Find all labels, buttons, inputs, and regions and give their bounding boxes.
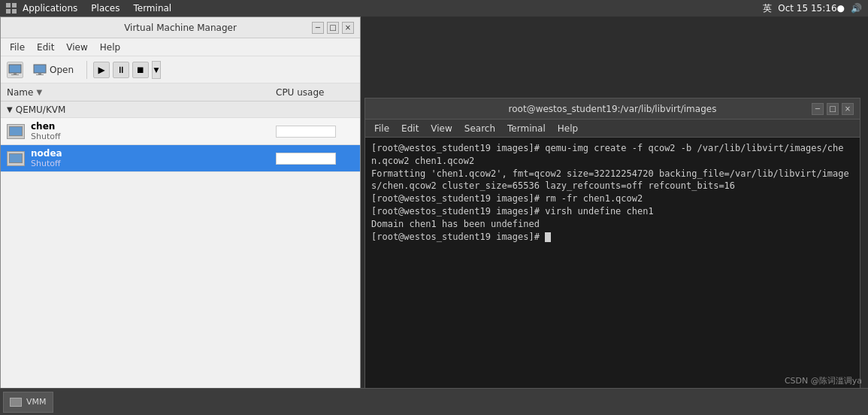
terminal-titlebar: root@westos_student19:/var/lib/libvirt/i…: [365, 98, 860, 120]
group-name: QEMU/KVM: [16, 105, 66, 115]
vmm-titlebar-buttons: − □ ×: [312, 22, 354, 34]
vmm-menu-file[interactable]: File: [4, 41, 31, 54]
terminal-menubar: File Edit View Search Terminal Help: [365, 120, 860, 138]
terminal-menu-help[interactable]: Help: [552, 122, 584, 135]
terminal-content[interactable]: [root@westos_student19 images]# qemu-img…: [365, 138, 860, 405]
terminal-maximize-btn[interactable]: □: [827, 103, 839, 115]
vm-cpu-col-chen: [270, 126, 360, 138]
terminal-line: Formatting 'chen1.qcow2', fmt=qcow2 size…: [371, 168, 854, 193]
lang-indicator: 英: [763, 2, 772, 15]
terminal-menu-terminal[interactable]: Terminal: [501, 122, 552, 135]
csdn-watermark: CSDN @陈词滥调ya: [785, 375, 862, 386]
vmm-open-btn[interactable]: Open: [26, 61, 80, 79]
terminal-menu-search[interactable]: Search: [458, 122, 501, 135]
vm-icon-nodea: [7, 151, 25, 166]
vm-name-info-nodea: nodea Shutoff: [31, 148, 62, 168]
svg-rect-1: [12, 3, 17, 8]
sort-arrow: ▼: [36, 88, 42, 96]
play-icon: ▶: [98, 65, 104, 75]
vmm-menu-edit[interactable]: Edit: [31, 41, 60, 54]
vmm-list-header: Name ▼ CPU usage: [1, 83, 360, 101]
vm-row-chen[interactable]: chen Shutoff: [1, 118, 360, 145]
vm-status-chen: Shutoff: [31, 132, 61, 141]
taskbar-vmm-label: VMM: [26, 397, 47, 407]
svg-rect-8: [38, 73, 41, 74]
monitor-icon: [8, 64, 22, 76]
svg-rect-9: [36, 74, 44, 75]
taskbar-right: 英 Oct 15 15:16● 🔊: [763, 2, 868, 15]
vmm-pause-btn[interactable]: ⏸: [113, 62, 129, 78]
terminal-menu[interactable]: Terminal: [127, 2, 177, 15]
terminal-minimize-btn[interactable]: −: [812, 103, 824, 115]
vm-cpu-col-nodea: [270, 153, 360, 165]
toolbar-separator-1: [86, 61, 87, 79]
open-icon: [33, 64, 47, 76]
vm-icon-chen: [7, 124, 25, 139]
terminal-close-btn[interactable]: ×: [842, 103, 854, 115]
applications-icon: [6, 3, 17, 14]
vmm-menu-view[interactable]: View: [60, 41, 93, 54]
terminal-menu-edit[interactable]: Edit: [395, 122, 425, 135]
volume-icon: 🔊: [851, 3, 862, 14]
terminal-window: root@westos_student19:/var/lib/libvirt/i…: [364, 98, 860, 406]
vmm-header-name: Name ▼: [1, 87, 270, 98]
terminal-title: root@westos_student19:/var/lib/libvirt/i…: [371, 104, 854, 114]
taskbar-left: Applications Places Terminal: [0, 2, 177, 15]
vm-screen-nodea: [9, 153, 23, 163]
vmm-minimize-btn[interactable]: −: [312, 22, 324, 34]
vmm-titlebar: Virtual Machine Manager − □ ×: [1, 17, 360, 38]
vmm-close-btn[interactable]: ×: [342, 22, 354, 34]
vm-name-nodea: nodea: [31, 148, 62, 159]
vmm-title: Virtual Machine Manager: [7, 23, 354, 33]
stop-icon: ⏹: [136, 65, 145, 75]
applications-label: Applications: [23, 3, 77, 14]
terminal-line: [root@westos_student19 images]# virsh un…: [371, 205, 854, 218]
svg-rect-6: [11, 74, 19, 75]
terminal-line: [root@westos_student19 images]#: [371, 231, 854, 244]
vm-row-nodea[interactable]: nodea Shutoff: [1, 145, 360, 172]
vm-name-col-nodea: nodea Shutoff: [1, 148, 270, 168]
svg-rect-7: [34, 65, 46, 73]
svg-rect-5: [14, 73, 17, 74]
clock: Oct 15 15:16●: [778, 3, 845, 14]
vmm-toolbar: Open ▶ ⏸ ⏹ ▼: [1, 56, 360, 83]
vm-status-nodea: Shutoff: [31, 159, 62, 168]
vmm-new-vm-icon[interactable]: [7, 62, 23, 78]
terminal-line: [root@westos_student19 images]# qemu-img…: [371, 142, 854, 168]
vmm-window: Virtual Machine Manager − □ × File Edit …: [0, 17, 361, 415]
name-col-label: Name: [7, 87, 33, 98]
taskbar-vmm-item[interactable]: VMM: [3, 392, 53, 413]
vmm-maximize-btn[interactable]: □: [327, 22, 339, 34]
vmm-menubar: File Edit View Help: [1, 38, 360, 56]
vmm-content: Name ▼ CPU usage ▼ QEMU/KVM chen Shutoff: [1, 83, 360, 414]
vmm-group-qemu: ▼ QEMU/KVM chen Shutoff: [1, 101, 360, 172]
cpu-bar-nodea: [276, 153, 336, 165]
places-menu[interactable]: Places: [85, 2, 126, 15]
svg-rect-4: [9, 65, 21, 73]
cpu-bar-chen: [276, 126, 336, 138]
top-taskbar: Applications Places Terminal 英 Oct 15 15…: [0, 0, 868, 17]
terminal-titlebar-buttons: − □ ×: [812, 103, 854, 115]
vm-screen-chen: [9, 126, 23, 136]
vmm-stop-btn[interactable]: ⏹: [132, 62, 149, 78]
terminal-cursor: [545, 232, 551, 242]
vmm-menu-help[interactable]: Help: [94, 41, 126, 54]
svg-rect-2: [6, 9, 11, 14]
vmm-toolbar-dropdown[interactable]: ▼: [152, 61, 161, 79]
pause-icon: ⏸: [116, 65, 126, 75]
vmm-header-cpu: CPU usage: [270, 87, 360, 98]
terminal-menu-file[interactable]: File: [368, 122, 395, 135]
bottom-taskbar: VMM: [0, 388, 868, 415]
vm-name-info-chen: chen Shutoff: [31, 121, 61, 141]
vmm-group-header[interactable]: ▼ QEMU/KVM: [1, 101, 360, 118]
vm-name-col-chen: chen Shutoff: [1, 121, 270, 141]
vm-name-chen: chen: [31, 121, 61, 132]
terminal-line: [root@westos_student19 images]# rm -fr c…: [371, 192, 854, 205]
terminal-menu-view[interactable]: View: [425, 122, 458, 135]
applications-menu[interactable]: Applications: [0, 2, 83, 15]
group-expand-arrow: ▼: [7, 105, 13, 114]
taskbar-vmm-icon: [10, 398, 22, 407]
vmm-play-btn[interactable]: ▶: [93, 62, 110, 78]
svg-rect-3: [12, 9, 17, 14]
terminal-line: Domain chen1 has been undefined: [371, 218, 854, 231]
